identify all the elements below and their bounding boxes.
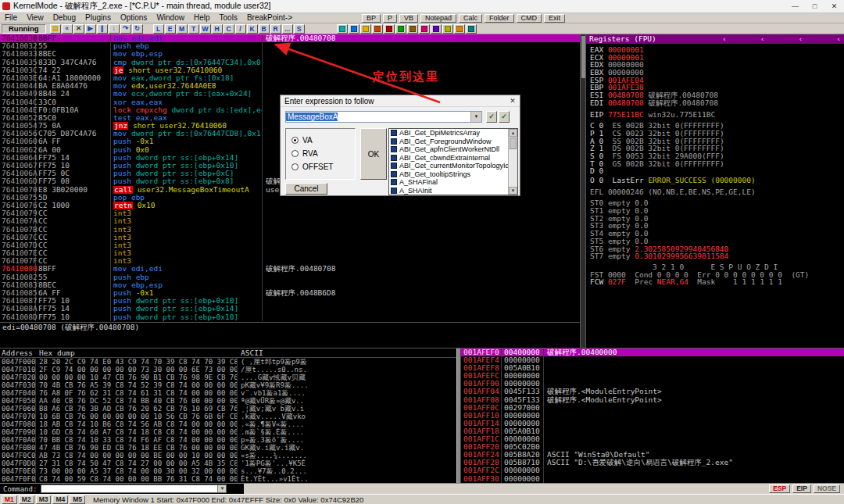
radio-offset[interactable]: OFFSET — [286, 160, 355, 173]
dropdown-item[interactable]: ABI_Get_DpiMetricsArray — [389, 129, 508, 138]
plugin-button-1[interactable] — [337, 24, 348, 34]
expression-dropdown-icon[interactable]: ▼ — [470, 112, 481, 122]
plugin-button-3[interactable] — [360, 24, 371, 34]
disassembly-scrollbar[interactable] — [580, 34, 586, 348]
memory-dump-row[interactable]: 0047F0D027 31 C8 74 50 47 C8 74 27 00 00… — [0, 459, 456, 467]
memory-tab-m4[interactable]: M4 — [52, 495, 68, 504]
command-dropdown-icon[interactable]: ▼ — [217, 485, 226, 492]
menu-button-vb[interactable]: VB — [399, 14, 418, 23]
minimize-button[interactable]: — — [785, 0, 805, 13]
plugin-button-2[interactable] — [349, 24, 359, 34]
disasm-row[interactable]: 76410079CCint3 — [0, 209, 580, 217]
plugin-button-9[interactable] — [431, 24, 442, 34]
trace-button[interactable]: ↻ — [132, 24, 143, 34]
plugin-button-4[interactable] — [372, 24, 383, 34]
step-into-button[interactable]: ↓ — [109, 24, 120, 34]
disasm-row[interactable]: 7641003255push ebp — [0, 42, 580, 50]
dropdown-item[interactable]: ABI_Get_apfnClientWorkerNtDll — [389, 145, 508, 154]
memory-dump-row[interactable]: 0047F0E073 00 00 00 A5 37 C8 74 00 00 30… — [0, 467, 456, 475]
toolbar-letter-k[interactable]: K — [247, 24, 258, 34]
disasm-row[interactable]: 7641007ECCint3 — [0, 249, 580, 257]
disasm-row[interactable]: 7641007BCCint3 — [0, 226, 580, 234]
list-scrollbar[interactable]: ▲ ▼ — [508, 129, 517, 195]
disasm-row[interactable]: 76410035833D 347C4A76cmp dword ptr ds:[0… — [0, 59, 580, 66]
plugin-button-11[interactable] — [454, 24, 465, 34]
memory-dump-row[interactable]: 0047F0102F C9 74 00 00 00 00 00 73 30 00… — [0, 366, 456, 374]
disasm-row[interactable]: 7641007CCCint3 — [0, 234, 580, 241]
menu-button-notepad[interactable]: Notepad — [420, 14, 456, 23]
toolbar-letter-r[interactable]: R — [270, 24, 281, 34]
memory-dump-row[interactable]: 0047F03070 4B CB 76 A5 39 C8 74 52 39 C8… — [0, 381, 456, 389]
scrollbar-thumb[interactable] — [581, 36, 585, 78]
menu-item-plugins[interactable]: Plugins — [80, 13, 116, 23]
radio-rva[interactable]: RVA — [286, 147, 355, 160]
plugin-button-8[interactable] — [419, 24, 430, 34]
disasm-row[interactable]: 7641008255push ebp — [0, 273, 580, 281]
menu-item-breakpoint[interactable]: BreakPoint-> — [242, 13, 297, 23]
disasm-row[interactable]: 76410087FF75 10push dword ptr ss:[ebp+0x… — [0, 297, 580, 305]
toolbar-letter-e[interactable]: E — [165, 24, 176, 34]
maximize-button[interactable]: □ — [805, 0, 824, 13]
command-input[interactable]: ▼ — [41, 484, 227, 493]
memory-dump-row[interactable]: 0047F0F0C8 74 00 59 C8 74 00 00 00 BB 76… — [0, 475, 456, 483]
toolbar-letter-x[interactable]: / — [235, 24, 246, 34]
menu-button-cmd[interactable]: CMD — [517, 14, 542, 23]
goto-nose-button[interactable]: NOSE — [814, 484, 840, 493]
scroll-down-icon[interactable]: ▼ — [509, 187, 517, 195]
radio-va[interactable]: VA — [286, 134, 355, 147]
disasm-row[interactable]: 764100856A FFpush -0x1破解程序.0048B6D8 — [0, 289, 580, 297]
plugin-button-12[interactable] — [466, 24, 477, 34]
dropdown-item[interactable]: ABI_Get_ForegroundWindow — [389, 138, 508, 146]
menu-button-exit[interactable]: Exit — [544, 14, 565, 23]
disasm-row[interactable]: 7641008DFF75 10push dword ptr ss:[ebp+0x… — [0, 313, 580, 321]
dialog-close-icon[interactable]: ✕ — [506, 95, 520, 107]
disasm-row[interactable]: 764100838BECmov ebp,esp — [0, 281, 580, 289]
menu-button-folder[interactable]: Folder — [485, 14, 514, 23]
memory-dump-row[interactable]: 0047F050AA 40 CB 76 DC 52 C8 74 BB 40 CB… — [0, 397, 456, 405]
memory-tab-m2[interactable]: M2 — [19, 495, 34, 504]
confirm-check-button-2[interactable]: ✓ — [499, 111, 510, 123]
close-button[interactable]: ✕ — [824, 0, 844, 13]
memory-dump-row[interactable]: 0047F060B8 A6 CB 76 3B AD CB 76 20 62 CB… — [0, 405, 456, 413]
memory-dump-row[interactable]: 0047F0B047 4B CB 76 90 ED CB 76 18 EE CB… — [0, 444, 456, 452]
dropdown-item[interactable]: A_SHAUpdate — [389, 195, 508, 195]
toolbar-letter-l[interactable]: L — [153, 24, 164, 34]
dropdown-item[interactable]: ABI_Get_cbwndExtraInternal — [389, 154, 508, 163]
memory-dump-row[interactable]: 0047F0C0AB 73 C8 74 00 00 00 00 00 BE 00… — [0, 452, 456, 459]
menu-button-p[interactable]: P — [383, 14, 397, 23]
toolbar-letter-t[interactable]: T — [188, 24, 199, 34]
goto-eip-button[interactable]: EIP — [792, 484, 811, 493]
plugin-button-7[interactable] — [407, 24, 418, 34]
close-process-button[interactable]: ✕ — [73, 24, 84, 34]
toolbar-letter-x[interactable]: ... — [282, 24, 293, 34]
menu-button-bp[interactable]: BP — [362, 14, 381, 23]
menu-item-help[interactable]: Help — [189, 13, 215, 23]
disasm-row[interactable]: 764100308BFFmov edi,edi破解程序.00480708 — [0, 34, 580, 42]
open-file-button[interactable]: ▤ — [50, 24, 61, 34]
plugin-button-10[interactable] — [442, 24, 453, 34]
disasm-row[interactable]: 764100808BFFmov edi,edi破解程序.00480708 — [0, 265, 580, 273]
disasm-row[interactable]: 7641007DCCint3 — [0, 241, 580, 249]
list-scrollbar-thumb[interactable] — [510, 138, 517, 149]
disasm-row[interactable]: 76410044BA E8A04476mov edx,user32.7644A0… — [0, 82, 580, 90]
toolbar-letter-s[interactable]: S — [294, 24, 305, 34]
memory-dump-row[interactable]: 0047F00028 20 2C C9 74 E0 43 C9 74 70 39… — [0, 358, 456, 366]
memory-dump-row[interactable]: 0047F07010 6B CB 76 00 00 00 00 00 10 56… — [0, 413, 456, 420]
stack-row[interactable]: 001AFF2C00000000 — [461, 466, 844, 474]
dropdown-item[interactable]: A_SHAInit — [389, 187, 508, 195]
disasm-row[interactable]: 7641007ACCint3 — [0, 217, 580, 225]
toolbar-letter-b[interactable]: B — [259, 24, 270, 34]
toolbar-letter-m[interactable]: M — [177, 24, 188, 34]
dropdown-item[interactable]: ABI_Get_tooltipStrings — [389, 170, 508, 179]
memory-dump-row[interactable]: 0047F08018 AB C8 74 10 B6 C8 74 56 AB C8… — [0, 420, 456, 428]
memory-dump-row[interactable]: 0047F0A070 BB C8 74 10 33 C8 74 F6 AF C8… — [0, 436, 456, 444]
disasm-row[interactable]: 7641008AFF75 14push dword ptr ss:[ebp+0x… — [0, 305, 580, 313]
memory-tab-m1[interactable]: M1 — [2, 495, 17, 504]
memory-dump-row[interactable]: 0047F04076 A8 0F 76 62 31 C8 74 61 31 C8… — [0, 389, 456, 397]
goto-esp-button[interactable]: ESP — [769, 484, 790, 493]
menu-item-debug[interactable]: Debug — [48, 13, 80, 23]
memory-dump-row[interactable]: 0047F02000 00 00 00 10 47 CB 76 90 B1 CB… — [0, 374, 456, 381]
plugin-button-6[interactable] — [395, 24, 406, 34]
restart-button[interactable]: « — [62, 24, 73, 34]
cancel-button[interactable]: Cancel — [285, 183, 327, 195]
